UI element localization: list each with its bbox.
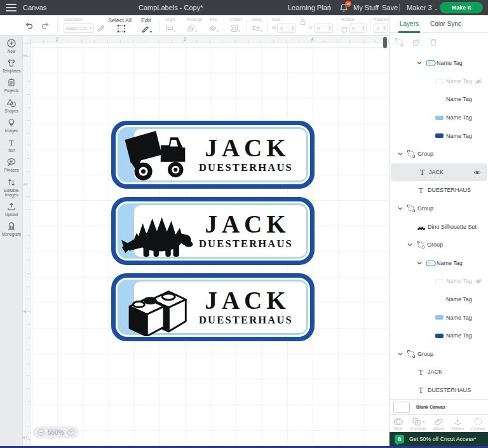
layer-row[interactable]: Name Tag [390, 126, 488, 145]
canvas-scrollbar-thumb[interactable] [383, 37, 387, 48]
stepper-icon[interactable] [383, 26, 386, 31]
slice-button[interactable]: Slice [393, 417, 403, 431]
sidebar-item-new[interactable]: New [0, 36, 23, 55]
divider [159, 19, 159, 32]
sidebar-item-phrases[interactable]: Phrases [0, 154, 23, 174]
tab-layers[interactable]: Layers [400, 15, 419, 33]
chevron-down-icon[interactable] [398, 207, 407, 210]
stepper-icon[interactable] [292, 26, 294, 31]
chevron-down-icon[interactable] [407, 243, 416, 247]
position-x-input[interactable]: 0 [374, 24, 388, 33]
layer-swatch [435, 297, 444, 302]
redo-button[interactable] [41, 21, 50, 32]
layer-row[interactable]: Name Tag [390, 254, 488, 273]
sidebar-item-images[interactable]: Images [0, 115, 23, 135]
zoom-control: – 550% + [33, 426, 79, 438]
sidebar-item-text[interactable]: T Text [0, 135, 23, 154]
layer-row[interactable]: Name Tag [390, 290, 488, 309]
tag-first-name: JACK [186, 135, 304, 159]
offset-button[interactable]: ▾ [230, 24, 240, 34]
ungroup-icon[interactable] [395, 37, 403, 48]
layer-row[interactable]: Name Tag [390, 54, 488, 72]
sidebar-item-label: Editable Images [0, 188, 23, 197]
zoom-out-button[interactable]: – [37, 429, 44, 436]
layer-row[interactable]: T JACK [390, 363, 488, 381]
tab-color-sync[interactable]: Color Sync [430, 15, 461, 33]
align-button[interactable]: ▾ [165, 24, 175, 34]
duplicate-icon[interactable] [412, 37, 421, 48]
layer-row-selected[interactable]: T JACK [391, 163, 487, 182]
machine-selector[interactable]: Maker 3 ⌄ [407, 0, 438, 17]
name-tag-truck[interactable]: JACK DUESTERHAUS [111, 121, 315, 189]
name-tag-bricks[interactable]: JACK DUESTERHAUS [111, 273, 315, 341]
learning-plan-link[interactable]: Learning Plan [288, 0, 331, 15]
make-it-button[interactable]: Make It [440, 2, 483, 13]
undo-button[interactable] [24, 21, 34, 32]
layer-row[interactable]: T DUESTERHAUS [390, 381, 488, 400]
zoom-in-button[interactable]: + [67, 429, 74, 436]
trash-icon[interactable] [429, 37, 438, 48]
chevron-down-icon[interactable] [417, 261, 426, 265]
stepper-icon[interactable] [329, 26, 331, 31]
lock-icon[interactable] [299, 17, 306, 28]
rotate-label: Rotate [341, 17, 354, 22]
layer-row[interactable]: Dino Silhouette Set [390, 217, 488, 236]
layer-label: Dino Silhouette Set [428, 224, 477, 230]
divider [224, 19, 224, 32]
layer-row[interactable]: T DUESTERHAUS [390, 181, 488, 200]
combine-button[interactable]: ▾ Combine [410, 417, 426, 431]
size-width-input[interactable]: 0 [277, 24, 296, 33]
sidebar-item-projects[interactable]: Projects [0, 75, 23, 95]
canvas-menu-label[interactable]: Canvas [23, 0, 46, 15]
operation-dropdown[interactable]: Basic Cut ▾ [64, 24, 94, 33]
layer-row[interactable]: Group [390, 345, 488, 363]
layer-row[interactable]: Name Tag [390, 72, 488, 91]
layer-row[interactable]: Name Tag [390, 327, 488, 345]
layer-row[interactable]: Name Tag [390, 90, 488, 109]
my-stuff-link[interactable]: My Stuff [353, 0, 379, 15]
layers-list: Name Tag Name Tag Name Tag Name Tag Name… [390, 54, 488, 414]
layer-row[interactable]: Name Tag [390, 272, 488, 290]
arrange-button[interactable]: ▾ [187, 24, 197, 34]
cricut-access-banner[interactable]: a Get 50% off Cricut Access* [390, 432, 488, 446]
notifications-bell-icon[interactable]: 10 [339, 3, 349, 13]
eye-icon[interactable] [473, 166, 481, 178]
chevron-down-icon[interactable] [398, 152, 407, 156]
chevron-down-icon[interactable] [417, 61, 426, 65]
operation-value: Basic Cut [66, 24, 86, 32]
flip-button[interactable]: ▾ [208, 24, 219, 34]
sidebar-item-editable-images[interactable]: Editable Images [0, 175, 23, 199]
sidebar-item-upload[interactable]: Upload [0, 199, 23, 219]
contour-button[interactable]: Contour [471, 417, 485, 431]
layer-row[interactable]: Group [390, 200, 488, 218]
layer-label: Group [427, 241, 443, 248]
divider [247, 19, 247, 32]
save-button[interactable]: Save [382, 0, 398, 15]
size-h-label: H [309, 25, 312, 30]
operation-color-pen-icon[interactable] [97, 24, 105, 34]
attach-button[interactable]: Attach [433, 417, 445, 431]
sidebar-item-label: Phrases [3, 168, 19, 172]
layer-row[interactable]: Group [390, 145, 488, 163]
stepper-icon[interactable] [362, 26, 365, 31]
blank-canvas-row[interactable]: Blank Canvas [390, 399, 488, 414]
design-canvas[interactable]: 2 3 4 2 3 4 5 [23, 36, 389, 448]
hidden-eye-icon[interactable] [475, 275, 482, 287]
size-height-input[interactable]: 0 [314, 24, 333, 33]
chevron-down-icon[interactable] [398, 352, 407, 356]
sidebar-item-monogram[interactable]: Monogram [0, 219, 23, 238]
hamburger-menu-icon[interactable] [6, 4, 17, 11]
edit-button[interactable]: ▾ [141, 24, 152, 35]
sidebar-item-shapes[interactable]: Shapes [0, 95, 23, 115]
layer-row[interactable]: Group [390, 236, 488, 254]
hidden-eye-icon[interactable] [475, 76, 482, 87]
layer-label: DUESTERHAUS [428, 387, 471, 393]
sidebar-item-templates[interactable]: Templates [0, 55, 23, 75]
flatten-button[interactable]: Flatten [452, 417, 464, 431]
rotate-input[interactable]: 0 [349, 24, 367, 33]
name-tag-dinosaur[interactable]: JACK DUESTERHAUS [111, 197, 315, 265]
warp-button[interactable]: ▾ [252, 24, 262, 34]
layer-row[interactable]: Name Tag [390, 308, 488, 327]
select-all-button[interactable] [117, 24, 126, 35]
layer-row[interactable]: Name Tag [390, 109, 488, 127]
